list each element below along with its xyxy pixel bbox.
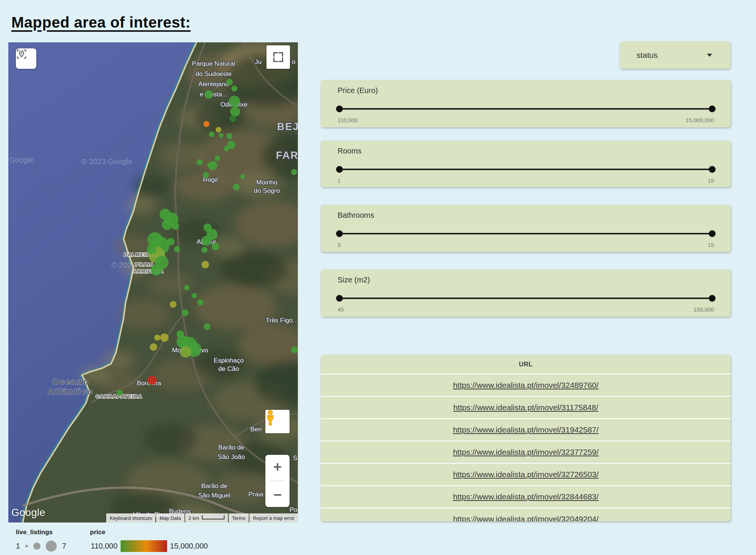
listing-dot[interactable]: [150, 343, 157, 351]
locate-button[interactable]: [16, 48, 36, 69]
listing-dot[interactable]: [229, 96, 240, 107]
attribution-keyboard-shortcuts[interactable]: Keyboard shortcuts: [106, 513, 155, 522]
listing-link[interactable]: https://www.idealista.pt/imovel/31942587…: [453, 425, 598, 434]
listing-link[interactable]: https://www.idealista.pt/imovel/32844683…: [453, 492, 598, 501]
listing-dot[interactable]: [147, 244, 156, 254]
listing-dot[interactable]: [182, 309, 189, 316]
listing-dot[interactable]: [192, 293, 197, 298]
listing-dot[interactable]: [203, 121, 209, 127]
legend-size-min: 1: [16, 542, 20, 550]
slider-min-value: 0: [338, 242, 341, 248]
listing-dot[interactable]: [116, 390, 122, 396]
map-label: Ju: [255, 58, 262, 65]
listing-dot[interactable]: [162, 219, 172, 230]
listing-link[interactable]: https://www.idealista.pt/imovel/32489760…: [453, 381, 598, 390]
listing-dot[interactable]: [201, 261, 209, 268]
attribution-label: Terms: [232, 515, 245, 521]
slider-track[interactable]: [338, 105, 714, 112]
slider-handle-min[interactable]: [336, 230, 343, 237]
attribution-label: 2 km: [189, 515, 199, 521]
listing-dot[interactable]: [184, 285, 189, 290]
listing-dot[interactable]: [209, 132, 215, 137]
table-row: https://www.idealista.pt/imovel/32726503…: [321, 463, 731, 485]
page-title: Mapped area of interest:: [11, 14, 191, 31]
slider-handle-max[interactable]: [709, 166, 716, 173]
slider-rail: [338, 108, 714, 110]
zoom-divider: [270, 481, 285, 481]
attribution-report-a-map-error[interactable]: Report a map error: [249, 513, 298, 522]
listing-dot[interactable]: [201, 247, 208, 253]
listing-dot[interactable]: [226, 79, 233, 85]
listing-link[interactable]: https://www.idealista.pt/imovel/31175848…: [453, 403, 598, 412]
slider-track[interactable]: [338, 166, 714, 173]
listing-dot[interactable]: [204, 90, 213, 99]
url-table-header: URL: [321, 355, 731, 374]
listing-dot[interactable]: [291, 346, 298, 353]
listing-dot[interactable]: [151, 264, 162, 276]
listing-dot[interactable]: [201, 236, 211, 246]
attribution-map-data[interactable]: Map Data: [156, 513, 184, 522]
listing-dot[interactable]: [231, 85, 237, 91]
listing-link[interactable]: https://www.idealista.pt/imovel/32726503…: [453, 470, 598, 479]
pegman-button[interactable]: [265, 410, 290, 433]
listing-dot[interactable]: [197, 159, 203, 165]
listing-dot[interactable]: [204, 323, 211, 330]
chevron-down-icon: [707, 54, 712, 57]
listing-dot[interactable]: [219, 133, 223, 138]
listing-dot[interactable]: [170, 301, 177, 308]
listing-dot[interactable]: [197, 299, 203, 305]
map-label: Parque Natural: [192, 60, 235, 67]
zoom-in-button[interactable]: +: [265, 455, 290, 479]
listing-dot[interactable]: [226, 133, 232, 139]
terrain-blob: [148, 273, 194, 296]
listing-dot[interactable]: [160, 333, 169, 342]
slider-handle-max[interactable]: [709, 295, 716, 302]
listing-dot[interactable]: [229, 115, 236, 122]
listing-dot[interactable]: [177, 330, 184, 338]
status-dropdown[interactable]: status: [620, 42, 730, 69]
listing-link[interactable]: https://www.idealista.pt/imovel/32377259…: [453, 448, 598, 457]
listing-dot[interactable]: [224, 146, 229, 151]
listing-dot[interactable]: [167, 238, 175, 245]
map-label: Alentejano: [198, 81, 229, 88]
slider-handle-max[interactable]: [709, 105, 716, 112]
slider-handle-min[interactable]: [336, 105, 343, 112]
listing-dot[interactable]: [215, 156, 220, 161]
listing-dot[interactable]: [180, 346, 191, 358]
slider-handle-min[interactable]: [336, 295, 343, 302]
listing-dot[interactable]: [230, 107, 240, 116]
slider-handle-min[interactable]: [336, 166, 343, 173]
listing-dot[interactable]: [203, 172, 209, 178]
slider-handle-max[interactable]: [709, 230, 716, 237]
map-label: Três Figo...: [266, 317, 298, 324]
slider-track[interactable]: [338, 295, 714, 302]
listing-dot[interactable]: [240, 174, 245, 179]
listing-dot[interactable]: [208, 163, 212, 168]
map-canvas[interactable]: Parque Naturaldo SudoesteAlentejanoe Cos…: [8, 42, 298, 522]
listing-dot[interactable]: [174, 246, 180, 252]
table-row: https://www.idealista.pt/imovel/32377259…: [321, 440, 731, 463]
legend-color-row: 110,000 15,000,000: [91, 539, 208, 553]
map-label: Google: [9, 156, 34, 164]
legend-color-title: price: [90, 529, 105, 536]
slider-minmax: 45150,000: [338, 306, 714, 313]
slider-track[interactable]: [338, 230, 714, 237]
legend-color-min: 110,000: [91, 542, 118, 550]
attribution-2-km[interactable]: 2 km: [185, 513, 228, 522]
listing-link[interactable]: https://www.idealista.pt/imovel/32049204…: [453, 515, 598, 521]
zoom-out-button[interactable]: −: [265, 483, 290, 507]
fullscreen-button[interactable]: [266, 45, 290, 69]
listing-dot[interactable]: [147, 376, 156, 385]
fullscreen-icon: [273, 52, 283, 62]
map-label: Praia: [248, 491, 263, 498]
listing-dot[interactable]: [212, 243, 219, 250]
legend-size-max: 7: [62, 542, 66, 550]
listing-dot[interactable]: [154, 335, 160, 341]
listing-dot[interactable]: [172, 222, 179, 230]
map-label: Moinho: [256, 179, 277, 186]
attribution-terms[interactable]: Terms: [229, 513, 249, 522]
slider-rail: [338, 169, 714, 170]
listing-dot[interactable]: [291, 169, 297, 175]
listing-dot[interactable]: [233, 184, 240, 191]
listing-dot[interactable]: [216, 127, 222, 133]
